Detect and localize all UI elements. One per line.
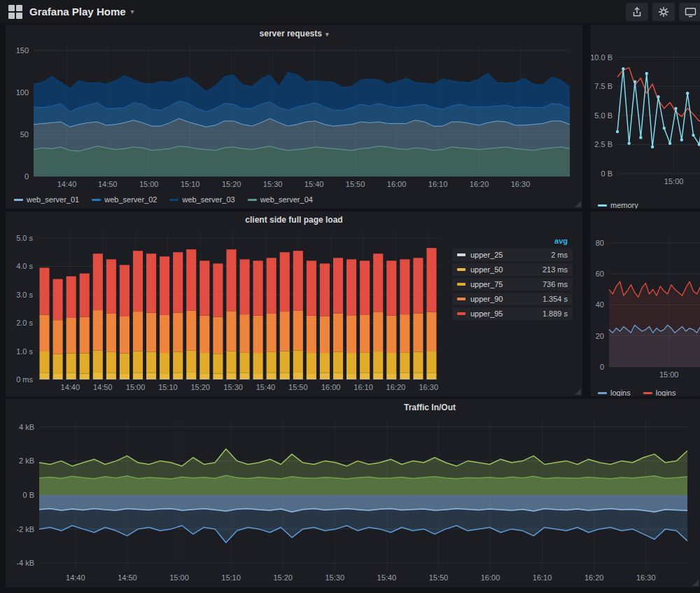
svg-text:15:10: 15:10 — [221, 573, 241, 582]
legend-label: memory — [610, 201, 638, 209]
legend-item-web_server_04[interactable]: web_server_04 — [248, 195, 313, 204]
panel-memory: 15:000 B2.5 B5.0 B7.5 B10.0 B memory — [591, 25, 700, 209]
legend-avg-header[interactable]: avg — [452, 235, 573, 249]
legend-row-upper_90[interactable]: upper_901.354 s — [452, 293, 573, 305]
svg-text:20: 20 — [596, 332, 604, 340]
legend-row-upper_50[interactable]: upper_50213 ms — [452, 263, 573, 276]
legend-item-logins[interactable]: logins — [643, 389, 676, 396]
svg-text:15:00: 15:00 — [169, 573, 189, 582]
svg-text:15:40: 15:40 — [304, 180, 324, 188]
panel-resize-handle[interactable] — [575, 389, 581, 395]
legend-item-memory[interactable]: memory — [598, 201, 638, 209]
legend-avg-value: 736 ms — [542, 280, 568, 288]
legend-swatch — [457, 312, 465, 315]
page-load-legend-table: avg upper_252 msupper_50213 msupper_7573… — [452, 235, 573, 393]
legend-avg-value: 1.354 s — [542, 295, 568, 303]
svg-text:16:30: 16:30 — [419, 383, 439, 391]
legend-series-name: upper_25 — [470, 251, 551, 259]
legend-swatch — [457, 283, 465, 286]
svg-text:15:20: 15:20 — [273, 573, 293, 582]
svg-text:40: 40 — [596, 300, 604, 309]
legend-item-web_server_03[interactable]: web_server_03 — [169, 195, 234, 204]
svg-text:15:20: 15:20 — [190, 383, 210, 391]
svg-text:15:50: 15:50 — [288, 383, 308, 391]
svg-text:15:00: 15:00 — [659, 370, 679, 379]
cycle-view-button[interactable] — [679, 3, 700, 21]
svg-text:4.0 s: 4.0 s — [16, 262, 33, 270]
panel-resize-handle[interactable] — [692, 580, 699, 586]
svg-text:15:20: 15:20 — [222, 180, 241, 188]
memory-chart[interactable]: 15:000 B2.5 B5.0 B7.5 B10.0 B — [591, 45, 700, 188]
legend-item-web_server_01[interactable]: web_server_01 — [14, 195, 79, 204]
panel-logins: 15:00020406080 loginslogins — [591, 211, 700, 396]
legend-label: web_server_04 — [260, 195, 313, 204]
legend-item-logins[interactable]: logins — [598, 389, 631, 396]
svg-text:15:30: 15:30 — [263, 180, 283, 188]
svg-text:15:30: 15:30 — [223, 383, 243, 391]
settings-button[interactable] — [652, 3, 675, 21]
legend-avg-value: 213 ms — [542, 265, 568, 274]
svg-text:150: 150 — [16, 46, 29, 55]
legend-item-web_server_02[interactable]: web_server_02 — [92, 195, 157, 204]
svg-text:14:50: 14:50 — [98, 180, 118, 188]
server-requests-panel-title[interactable]: server requests▾ — [6, 25, 582, 42]
svg-text:7.5 B: 7.5 B — [594, 82, 612, 90]
title-caret-icon: ▾ — [131, 8, 134, 15]
legend-series-name: upper_50 — [470, 265, 542, 274]
traffic-panel-title[interactable]: Traffic In/Out — [83, 399, 700, 416]
page-load-chart[interactable]: 14:4014:5015:0015:1015:2015:3015:4015:50… — [10, 228, 445, 393]
legend-swatch — [457, 298, 465, 300]
svg-text:14:50: 14:50 — [118, 573, 137, 582]
legend-series-name: upper_95 — [470, 309, 542, 318]
svg-text:15:50: 15:50 — [429, 573, 449, 582]
svg-text:14:40: 14:40 — [61, 383, 80, 391]
panel-title-caret-icon: ▾ — [326, 31, 329, 38]
legend-row-upper_25[interactable]: upper_252 ms — [452, 249, 573, 261]
legend-swatch — [643, 392, 652, 394]
legend-row-upper_95[interactable]: upper_951.889 s — [452, 307, 573, 320]
legend-series-name: upper_90 — [470, 295, 542, 303]
svg-text:15:00: 15:00 — [126, 383, 146, 391]
svg-text:100: 100 — [16, 88, 29, 97]
svg-text:14:40: 14:40 — [66, 573, 85, 582]
navbar-actions — [626, 3, 700, 21]
svg-text:16:00: 16:00 — [481, 573, 500, 582]
svg-text:0: 0 — [24, 172, 29, 181]
legend-swatch — [92, 199, 101, 201]
panel-resize-handle[interactable] — [575, 201, 581, 207]
legend-label: logins — [656, 389, 676, 396]
panel-traffic: Traffic In/Out 14:4014:5015:0015:1015:20… — [6, 399, 700, 587]
legend-swatch — [14, 199, 23, 201]
svg-text:14:50: 14:50 — [93, 383, 113, 391]
legend-avg-value: 1.889 s — [542, 309, 568, 318]
server-requests-chart[interactable]: 14:4014:5015:0015:1015:2015:3015:4015:50… — [10, 42, 577, 190]
server-requests-legend: web_server_01web_server_02web_server_03w… — [6, 192, 582, 207]
svg-text:60: 60 — [596, 270, 604, 278]
traffic-chart[interactable]: 14:4014:5015:0015:1015:2015:3015:4015:50… — [10, 416, 694, 584]
svg-text:3.0 s: 3.0 s — [16, 291, 33, 299]
legend-swatch — [169, 199, 178, 201]
svg-text:0 ms: 0 ms — [16, 375, 33, 384]
svg-text:2 kB: 2 kB — [19, 456, 34, 465]
panel-title-text: client side full page load — [245, 215, 342, 225]
svg-text:16:20: 16:20 — [470, 180, 489, 188]
svg-text:15:50: 15:50 — [346, 180, 365, 188]
svg-text:16:20: 16:20 — [584, 573, 604, 582]
legend-series-name: upper_75 — [470, 280, 542, 288]
svg-text:80: 80 — [596, 239, 604, 247]
legend-row-upper_75[interactable]: upper_75736 ms — [452, 278, 573, 291]
legend-swatch — [457, 253, 465, 256]
page-load-panel-title[interactable]: client side full page load — [6, 211, 582, 228]
svg-text:10.0 B: 10.0 B — [591, 53, 612, 62]
share-button[interactable] — [626, 3, 648, 21]
legend-swatch — [598, 392, 607, 394]
gear-icon — [658, 6, 669, 18]
dashboard-title[interactable]: Grafana Play Home — [29, 6, 126, 18]
svg-text:16:20: 16:20 — [386, 383, 406, 391]
logins-chart[interactable]: 15:00020406080 — [591, 232, 700, 381]
panel-title-text: Traffic In/Out — [404, 403, 456, 412]
svg-text:0 B: 0 B — [601, 169, 612, 178]
legend-table-body: upper_252 msupper_50213 msupper_75736 ms… — [452, 249, 573, 320]
app-grid-icon[interactable] — [8, 5, 22, 19]
svg-text:50: 50 — [20, 130, 29, 139]
